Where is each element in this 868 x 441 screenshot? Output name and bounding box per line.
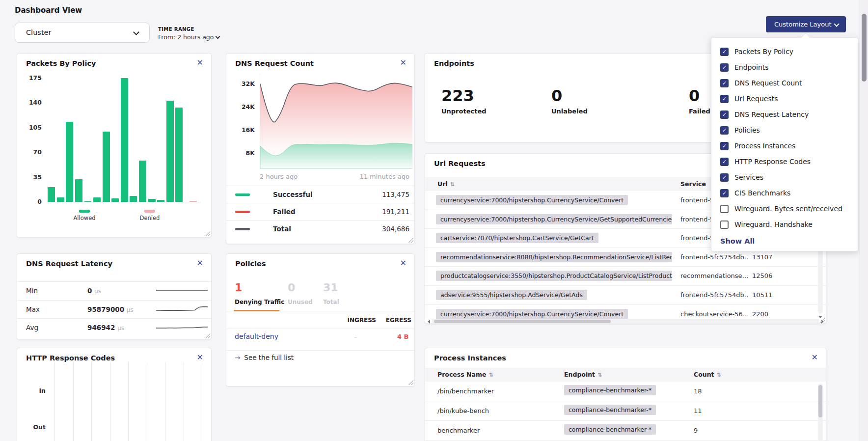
close-icon[interactable]: ✕ — [812, 354, 818, 361]
url-cell[interactable]: currencyservice:7000/hipstershop.Currenc… — [436, 309, 628, 319]
column-header-process-name[interactable]: Process Name⇅ — [437, 371, 493, 378]
y-label-out: Out — [32, 423, 46, 431]
url-cell[interactable]: productcatalogservice:3550/hipstershop.P… — [436, 271, 672, 281]
checkbox-checked[interactable]: ✓ — [720, 158, 729, 166]
legend-label-allowed: Allowed — [70, 215, 99, 221]
menu-item-wireguard-handshake[interactable]: Wireguard. Handshake — [711, 217, 858, 232]
legend-label: Failed — [273, 208, 296, 216]
checkbox-unchecked[interactable] — [720, 205, 729, 213]
time-range-value[interactable]: From: 2 hours ago — [158, 33, 219, 41]
latency-row-max: Max95879000 µs — [17, 300, 211, 319]
close-icon[interactable]: ✕ — [400, 259, 407, 267]
menu-item-wireguard-bytes-sent-received[interactable]: Wireguard. Bytes sent/received — [711, 201, 858, 217]
latency-row-min: Min0 µs — [17, 281, 211, 301]
column-header-endpoint[interactable]: Endpoint⇅ — [564, 371, 602, 378]
menu-item-url-requests[interactable]: ✓Url Requests — [711, 91, 858, 107]
card-title: Endpoints — [434, 59, 474, 67]
scrollbar-thumb[interactable] — [434, 320, 611, 323]
url-cell[interactable]: cartservice:7070/hipstershop.CartService… — [436, 233, 598, 243]
menu-item-packets-by-policy[interactable]: ✓Packets By Policy — [711, 44, 858, 59]
latency-label: Max — [26, 305, 40, 313]
tab-label: Denying Traffic — [235, 299, 284, 305]
vertical-scrollbar[interactable] — [818, 384, 823, 441]
menu-item-label: DNS Request Latency — [734, 110, 809, 118]
checkbox-checked[interactable]: ✓ — [720, 48, 729, 56]
page-scrollbar[interactable] — [860, 0, 868, 441]
sort-icon[interactable]: ⇅ — [450, 181, 455, 188]
sort-icon[interactable]: ⇅ — [488, 372, 493, 378]
chevron-down-icon — [834, 21, 839, 27]
checkbox-checked[interactable]: ✓ — [720, 142, 729, 150]
menu-item-dns-request-latency[interactable]: ✓DNS Request Latency — [711, 107, 858, 122]
checkbox-checked[interactable]: ✓ — [720, 79, 729, 87]
show-all-link[interactable]: Show All — [720, 237, 858, 245]
scrollbar-thumb[interactable] — [818, 385, 822, 417]
column-header-count[interactable]: Count⇅ — [694, 371, 721, 378]
card-title: HTTP Response Codes — [26, 354, 115, 362]
checkbox-unchecked[interactable] — [720, 220, 729, 229]
count-cell: 18 — [694, 387, 702, 395]
checkbox-checked[interactable]: ✓ — [720, 110, 729, 119]
close-icon[interactable]: ✕ — [197, 59, 203, 67]
url-cell[interactable]: currencyservice:7000/hipstershop.Currenc… — [436, 195, 628, 205]
url-table-row: productcatalogservice:3550/hipstershop.P… — [425, 267, 826, 286]
tab-unused[interactable]: 0Unused — [288, 282, 313, 305]
scroll-down-icon[interactable] — [818, 316, 822, 318]
horizontal-scrollbar[interactable] — [432, 319, 819, 324]
close-icon[interactable]: ✕ — [197, 354, 203, 361]
checkbox-checked[interactable]: ✓ — [720, 126, 729, 135]
resize-handle-icon[interactable] — [408, 237, 413, 243]
close-icon[interactable]: ✕ — [400, 59, 407, 67]
y-tick-label: 24K — [226, 103, 255, 110]
endpoint-cell[interactable]: compliance-benchmarker-* — [564, 424, 656, 435]
checkbox-checked[interactable]: ✓ — [720, 189, 729, 197]
stat-unlabeled: 0 Unlabeled — [551, 88, 588, 115]
dns-area-svg — [260, 74, 412, 168]
checkbox-checked[interactable]: ✓ — [720, 173, 729, 182]
allowed-bar — [66, 122, 73, 202]
latency-value: 95879000 µs — [87, 305, 134, 313]
endpoint-cell[interactable]: compliance-benchmarker-* — [564, 385, 656, 395]
see-full-list-link[interactable]: →See the full list — [235, 354, 294, 361]
customize-layout-button[interactable]: Customize Layout — [766, 16, 846, 32]
url-cell[interactable]: currencyservice:7000/hipstershop.Currenc… — [436, 214, 672, 224]
tab-denying-traffic[interactable]: 1Denying Traffic — [235, 282, 284, 305]
scrollbar-thumb[interactable] — [862, 14, 867, 82]
menu-item-services[interactable]: ✓Services — [711, 169, 858, 185]
scroll-left-icon[interactable] — [428, 320, 430, 324]
view-selector[interactable]: Cluster — [15, 23, 150, 43]
menu-item-endpoints[interactable]: ✓Endpoints — [711, 59, 858, 75]
menu-item-policies[interactable]: ✓Policies — [711, 122, 858, 138]
process-table-row: /bin/kube-benchcompliance-benchmarker-*1… — [425, 401, 826, 421]
process-table-row: benchmarkercompliance-benchmarker-*9 — [425, 421, 826, 441]
menu-item-process-instances[interactable]: ✓Process Instances — [711, 138, 858, 154]
stat-unprotected: 223 Unprotected — [441, 88, 487, 115]
dns-request-count-card: DNS Request Count ✕ 2 hours ago 11 minut… — [226, 53, 415, 244]
menu-item-http-response-codes[interactable]: ✓HTTP Response Codes — [711, 154, 858, 169]
menu-item-dns-request-count[interactable]: ✓DNS Request Count — [711, 75, 858, 91]
resize-handle-icon[interactable] — [408, 380, 413, 385]
allowed-bar — [157, 200, 164, 202]
checkbox-checked[interactable]: ✓ — [720, 95, 729, 103]
menu-item-cis-benchmarks[interactable]: ✓CIS Benchmarks — [711, 185, 858, 201]
column-header-url[interactable]: Url⇅ — [437, 180, 455, 188]
bar-chart — [48, 78, 201, 202]
menu-item-label: Endpoints — [734, 63, 769, 71]
stat-label: Unprotected — [441, 108, 487, 115]
view-selector-value: Cluster — [26, 28, 51, 36]
url-cell[interactable]: recommendationservice:8080/hipstershop.R… — [436, 252, 672, 262]
url-cell[interactable]: adservice:9555/hipstershop.AdService/Get… — [436, 290, 587, 300]
url-table-row: adservice:9555/hipstershop.AdService/Get… — [425, 286, 826, 305]
latency-label: Avg — [26, 324, 38, 331]
column-header-service[interactable]: Service — [680, 180, 706, 188]
sort-icon[interactable]: ⇅ — [597, 372, 602, 378]
policies-card: Policies ✕ 1Denying Traffic0Unused31Tota… — [226, 253, 415, 386]
checkbox-checked[interactable]: ✓ — [720, 63, 729, 72]
policy-link[interactable]: default-deny — [235, 332, 278, 340]
resize-handle-icon[interactable] — [205, 231, 210, 236]
endpoint-cell[interactable]: compliance-benchmarker-* — [564, 405, 656, 415]
allowed-bar — [111, 198, 119, 202]
close-icon[interactable]: ✕ — [197, 259, 203, 267]
sort-icon[interactable]: ⇅ — [717, 372, 721, 378]
tab-total[interactable]: 31Total — [323, 282, 339, 305]
